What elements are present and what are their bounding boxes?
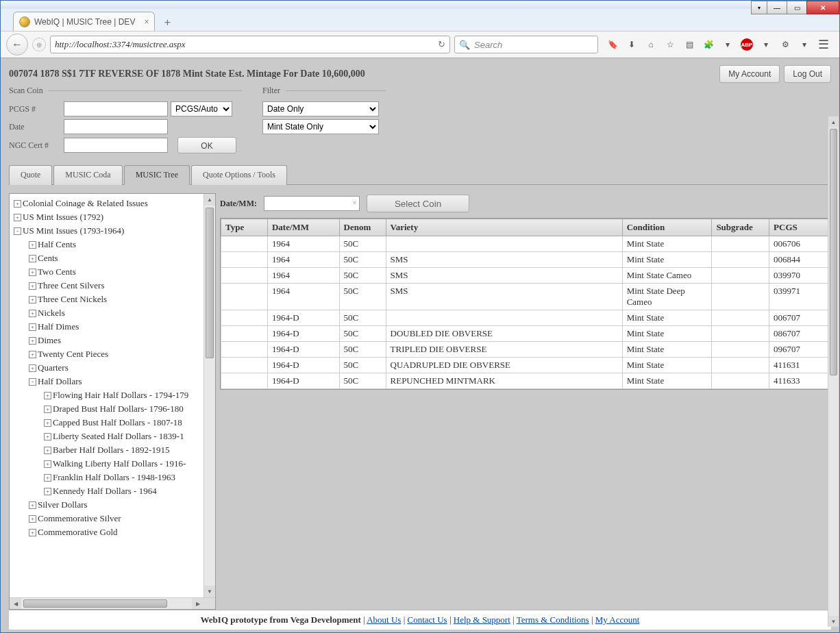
column-header[interactable]: Type [221, 219, 268, 236]
table-row[interactable]: 1964-D50CQUADRUPLED DIE OBVERSEMint Stat… [221, 358, 830, 373]
expand-icon[interactable]: + [44, 433, 51, 440]
home-icon[interactable]: ⌂ [645, 40, 657, 49]
browser-tab[interactable]: WebIQ | MUSIC Tree | DEV × [13, 12, 155, 31]
downloads-icon[interactable]: ⬇ [626, 40, 638, 49]
expand-icon[interactable]: + [29, 337, 36, 345]
mint-state-select[interactable]: Mint State Only [262, 119, 379, 134]
tree-node[interactable]: +Barber Half Dollars - 1892-1915 [10, 443, 215, 457]
tree-node[interactable]: +Two Cents [10, 265, 215, 279]
tree-node[interactable]: +Half Dimes [10, 320, 215, 334]
table-row[interactable]: 196450CSMSMint State006844 [221, 252, 830, 268]
url-bar[interactable]: http://localhost:3374/musictree.aspx ↻ [50, 36, 450, 53]
tree-node[interactable]: +Capped Bust Half Dollars - 1807-18 [10, 416, 215, 430]
scroll-left-icon[interactable]: ◀ [10, 598, 21, 609]
tree-node[interactable]: +Half Cents [10, 238, 215, 251]
expand-icon[interactable]: + [44, 488, 51, 495]
extension-icon[interactable]: ⚙ [779, 40, 791, 49]
expand-icon[interactable]: + [29, 364, 36, 372]
tree-node[interactable]: +Silver Dollars [10, 498, 215, 512]
identity-icon[interactable]: ⊕ [32, 38, 46, 51]
expand-icon[interactable]: + [14, 214, 21, 221]
expand-icon[interactable]: + [29, 501, 36, 509]
collapse-icon[interactable]: - [14, 227, 21, 235]
footer-help-link[interactable]: Help & Support [454, 615, 510, 625]
collapse-icon[interactable]: - [29, 378, 36, 386]
table-row[interactable]: 1964-D50CREPUNCHED MINTMARKMint State411… [221, 373, 830, 389]
tab-quote[interactable]: Quote [9, 165, 52, 185]
scroll-down-icon[interactable]: ▼ [828, 616, 839, 627]
table-row[interactable]: 1964-D50CDOUBLED DIE OBVERSEMint State08… [221, 326, 830, 342]
tree-node[interactable]: +Three Cent Silvers [10, 279, 215, 293]
footer-terms-link[interactable]: Terms & Conditions [517, 615, 589, 625]
adblock-icon[interactable]: ABP [741, 38, 753, 51]
pcgs-input[interactable] [64, 101, 168, 116]
tab-music-tree[interactable]: MUSIC Tree [124, 165, 190, 185]
tree-node[interactable]: +Kennedy Half Dollars - 1964 [10, 484, 215, 498]
dropdown-icon[interactable]: ▾ [721, 40, 734, 49]
select-coin-button[interactable]: Select Coin [367, 195, 469, 212]
scroll-thumb[interactable] [830, 129, 837, 375]
tree-node[interactable]: +Colonial Coinage & Related Issues [10, 197, 215, 210]
pcgs-auto-select[interactable]: PCGS/Auto [171, 101, 232, 116]
expand-icon[interactable]: + [29, 310, 36, 317]
footer-about-link[interactable]: About Us [367, 615, 401, 625]
expand-icon[interactable]: + [29, 296, 36, 303]
tree-node[interactable]: +Commemorative Gold [10, 525, 215, 539]
tree-node[interactable]: +Franklin Half Dollars - 1948-1963 [10, 471, 215, 484]
column-header[interactable]: Subgrade [712, 219, 769, 236]
bookmarks-star-icon[interactable]: ☆ [664, 40, 676, 49]
expand-icon[interactable]: + [14, 200, 21, 208]
scroll-down-icon[interactable]: ▼ [204, 586, 215, 597]
table-row[interactable]: 1964-D50CMint State006707 [221, 310, 830, 326]
tree-node[interactable]: +Walking Liberty Half Dollars - 1916- [10, 457, 215, 471]
dropdown-icon-3[interactable]: ▾ [798, 40, 811, 49]
tree-node[interactable]: -US Mint Issues (1793-1964) [10, 224, 215, 238]
my-account-button[interactable]: My Account [719, 65, 780, 83]
expand-icon[interactable]: + [29, 323, 36, 331]
expand-icon[interactable]: + [44, 392, 51, 399]
tree-node[interactable]: +Nickels [10, 306, 215, 320]
tab-close-icon[interactable]: × [144, 17, 149, 27]
footer-contact-link[interactable]: Contact Us [408, 615, 447, 625]
bookmark-this-icon[interactable]: 🔖 [606, 40, 619, 49]
expand-icon[interactable]: + [29, 515, 36, 523]
new-tab-button[interactable]: + [158, 14, 177, 31]
tab-quote-options[interactable]: Quote Options / Tools [191, 165, 287, 185]
tab-music-coda[interactable]: MUSIC Coda [53, 165, 122, 185]
library-icon[interactable]: ▤ [683, 40, 695, 49]
expand-icon[interactable]: + [29, 255, 36, 262]
ok-button[interactable]: OK [177, 137, 236, 153]
expand-icon[interactable]: + [29, 282, 36, 290]
footer-account-link[interactable]: My Account [595, 615, 640, 625]
tree-node[interactable]: +Draped Bust Half Dollars- 1796-180 [10, 402, 215, 416]
expand-icon[interactable]: + [44, 406, 51, 413]
column-header[interactable]: Date/MM [267, 219, 339, 236]
page-vscrollbar[interactable]: ▲ ▼ [828, 116, 839, 627]
expand-icon[interactable]: + [29, 269, 36, 276]
scroll-up-icon[interactable]: ▲ [828, 116, 839, 127]
table-row[interactable]: 196450CSMSMint State Cameo039970 [221, 268, 830, 284]
tree-node[interactable]: +Commemorative Silver [10, 512, 215, 525]
column-header[interactable]: PCGS [769, 219, 830, 236]
scroll-thumb[interactable] [206, 208, 214, 358]
expand-icon[interactable]: + [44, 460, 51, 468]
tree-body[interactable]: +Colonial Coinage & Related Issues+US Mi… [10, 194, 215, 609]
expand-icon[interactable]: + [29, 351, 36, 358]
tree-node[interactable]: +Dimes [10, 334, 215, 347]
column-header[interactable]: Denom [339, 219, 386, 236]
scroll-thumb-h[interactable] [23, 599, 167, 608]
expand-icon[interactable]: + [44, 419, 51, 427]
ngc-input[interactable] [64, 138, 168, 153]
expand-icon[interactable]: + [29, 241, 36, 249]
back-button[interactable]: ← [6, 34, 28, 55]
date-mm-input[interactable] [264, 196, 360, 211]
clear-icon[interactable]: × [352, 198, 357, 208]
tree-node[interactable]: +Three Cent Nickels [10, 293, 215, 306]
addon-icon[interactable]: 🧩 [702, 40, 715, 49]
tree-node[interactable]: +Cents [10, 251, 215, 265]
hamburger-menu-icon[interactable]: ☰ [817, 37, 830, 52]
tree-node[interactable]: +Twenty Cent Pieces [10, 347, 215, 361]
tree-vscrollbar[interactable]: ▲ ▼ [203, 194, 215, 597]
scroll-right-icon[interactable]: ▶ [192, 598, 203, 609]
tree-hscrollbar[interactable]: ◀ ▶ [10, 597, 215, 609]
